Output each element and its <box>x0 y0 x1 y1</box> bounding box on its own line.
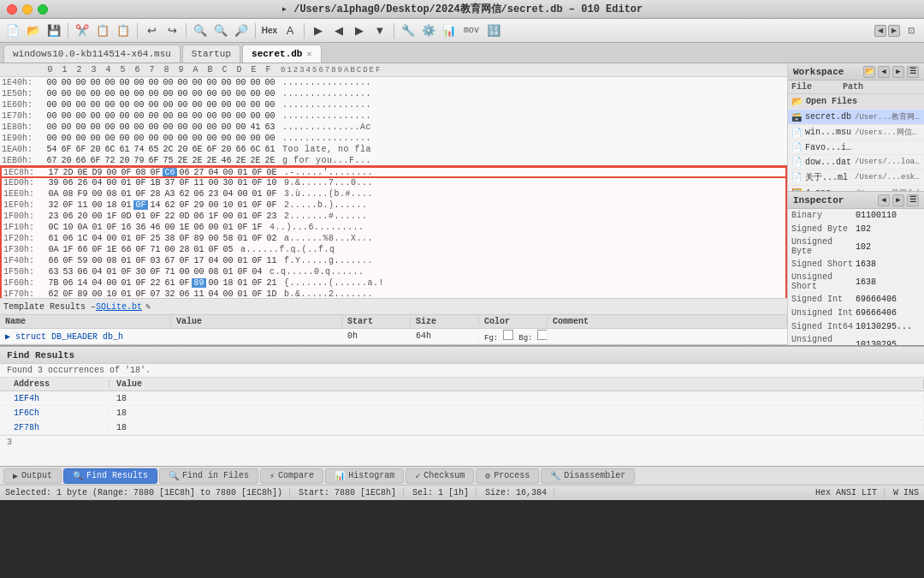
minimize-button[interactable] <box>22 4 33 15</box>
undo-button[interactable]: ↩ <box>142 21 161 40</box>
hex-row-6[interactable]: 1EA0h:546F6F206C6174652C206E6F20666C61To… <box>0 144 787 155</box>
hex-row-5[interactable]: 1E90h:00000000000000000000000000000000..… <box>0 133 787 144</box>
ws-file-name: 关于...ml <box>805 171 855 183</box>
inspector-ctrl-right[interactable]: ▶ <box>892 194 904 206</box>
hex-row-7[interactable]: 1EB0h:6720666F7220796F752E2E2E462E2E2Eg … <box>0 155 787 166</box>
bottom-tab-output[interactable]: ▶Output <box>3 468 62 484</box>
goto-button[interactable]: 🔎 <box>232 21 251 40</box>
template-menu-button[interactable]: ▼ <box>370 21 389 40</box>
inspector-type: Unsigned Short <box>791 272 856 291</box>
hex-row-11[interactable]: 1EF0h:320F110018010F14620F290010010F0F2.… <box>0 200 787 211</box>
hex-row-8[interactable]: 1EC8h:172D0ED9000F080FC606270400010F0E.-… <box>0 166 787 177</box>
tab-secret[interactable]: secret.db ✕ <box>242 45 321 63</box>
hex-col-7: 7 <box>145 65 159 74</box>
template-row-0[interactable]: ▶ struct DB_HEADER db_h 0h 64h Fg: Bg: <box>0 329 787 344</box>
template-run-button[interactable]: ◀ <box>329 21 348 40</box>
hex-column-header: 0 1 2 3 4 5 6 7 8 9 A B C D E F 01234567… <box>0 63 787 77</box>
open-button[interactable]: 📂 <box>24 21 43 40</box>
nav-right-button[interactable]: ▶ <box>888 25 900 37</box>
inspector-ctrl-left[interactable]: ◀ <box>878 194 890 206</box>
workspace-item-1[interactable]: 🗃️secret.db/User...教育网信/ <box>788 110 924 125</box>
toolbar-sep-3 <box>186 23 187 39</box>
bottom-tab-find-in-files[interactable]: 🔍Find in Files <box>159 468 258 484</box>
workspace-toggle-button[interactable]: ⊡ <box>902 21 921 40</box>
bottom-tab-icon: ▶ <box>13 471 18 481</box>
hex-row-18[interactable]: 1F60h:7B06140400010F22610F890018010F21{.… <box>0 277 787 289</box>
hex-row-1[interactable]: 1E50h:00000000000000000000000000000000..… <box>0 88 787 99</box>
status-encoding: Hex ANSI LIT <box>815 488 885 498</box>
workspace-ctrl-nav-right[interactable]: ▶ <box>892 66 904 78</box>
bottom-tab-disassembler[interactable]: 🔧Disassembler <box>541 468 635 484</box>
hex-row-16[interactable]: 1F40h:660F590008010F03670F170400010F11f.… <box>0 255 787 266</box>
find-button[interactable]: 🔍 <box>191 21 210 40</box>
save-button[interactable]: 💾 <box>44 21 63 40</box>
tab-secret-close[interactable]: ✕ <box>306 49 311 59</box>
bottom-tab-compare[interactable]: ⚡Compare <box>260 468 323 484</box>
tab-windows[interactable]: windows10.0-kb114514-x64.msu <box>3 45 181 63</box>
redo-button[interactable]: ↪ <box>163 21 181 40</box>
bg-swatch <box>537 330 548 340</box>
script-run-button[interactable]: ▶ <box>309 21 328 40</box>
template-stop-button[interactable]: ▶ <box>350 21 369 40</box>
maximize-button[interactable] <box>38 4 48 15</box>
workspace-ctrl-folder[interactable]: 📂 <box>863 66 875 78</box>
template-link[interactable]: SQLite.bt <box>96 302 142 312</box>
workspace-ctrl-menu[interactable]: ☰ <box>907 66 919 78</box>
hex-row-10[interactable]: 1EE0h:0A08F90008010F28A36206230400010F3.… <box>0 188 787 200</box>
find-count-text: Found 3 occurrences of '18'. <box>7 366 151 375</box>
hex-row-19[interactable]: 1F70h:620F890010010F073206110400010F1Db.… <box>0 289 787 298</box>
hex-row-15[interactable]: 1F30h:0A1F660F1E660F710028010F05a......f… <box>0 244 787 255</box>
bottom-tab-checksum[interactable]: ✓Checksum <box>406 468 474 484</box>
options-button[interactable]: ⚙️ <box>419 21 438 40</box>
hex-row-0[interactable]: 1E40h:00000000000000000000000000000000..… <box>0 77 787 88</box>
inspector-row-0: Binary01100110 <box>788 209 924 223</box>
hex-row-12[interactable]: 1F00h:230620001F0D010F220D061F00010F232.… <box>0 211 787 222</box>
hex-row-3[interactable]: 1E70h:00000000000000000000000000000000..… <box>0 110 787 122</box>
ws-file-icon: 📄 <box>791 128 803 138</box>
inspector-row-7: Signed Int6410130295... <box>788 320 924 334</box>
nav-left-button[interactable]: ◀ <box>874 25 886 37</box>
inspector-value: 69666406 <box>856 308 921 318</box>
hex-row-4[interactable]: 1E80h:00000000000000000000000000004163..… <box>0 122 787 133</box>
workspace-item-3[interactable]: 📄Favo...iles <box>788 140 924 155</box>
paste-button[interactable]: 📋 <box>114 21 133 40</box>
find-row-2[interactable]: 2F78h18 <box>0 420 924 435</box>
hex-view-button[interactable]: Hex <box>260 21 279 40</box>
text-view-button[interactable]: A <box>281 21 299 40</box>
bottom-tab-find-results[interactable]: 🔍Find Results <box>63 468 157 484</box>
bottom-tab-icon: 📊 <box>335 471 345 481</box>
ws-col-path-label: Path <box>843 82 921 92</box>
hex-col-f: F <box>261 65 275 74</box>
inspector-controls: ◀ ▶ ☰ <box>878 194 919 206</box>
hex-row-9[interactable]: 1ED0h:3906260400010F1B370F110030010F109.… <box>0 177 787 188</box>
settings-button[interactable]: 🔧 <box>399 21 418 40</box>
cut-button[interactable]: ✂️ <box>73 21 92 40</box>
find-row-1[interactable]: 1F6Ch18 <box>0 406 924 420</box>
workspace-item-2[interactable]: 📄win...msu/Users...网信/fr/ <box>788 125 924 140</box>
hex-rows[interactable]: 1E40h:00000000000000000000000000000000..… <box>0 77 787 298</box>
workspace-controls: 📂 ◀ ▶ ☰ <box>863 66 919 78</box>
new-file-button[interactable]: 📄 <box>3 21 22 40</box>
find-row-0[interactable]: 1EF4h18 <box>0 391 924 406</box>
copy-button[interactable]: 📋 <box>93 21 112 40</box>
hex-row-14[interactable]: 1F20h:61061C0400010F25380F890058010F02a.… <box>0 233 787 244</box>
workspace-item-5[interactable]: 📄关于...ml/Users/...esktop/ <box>788 170 924 186</box>
inspector-ctrl-menu[interactable]: ☰ <box>907 194 919 206</box>
histogram-button[interactable]: 📊 <box>440 21 459 40</box>
workspace-col-headers: File Path <box>788 80 924 94</box>
calculator-button[interactable]: 🔢 <box>484 21 503 40</box>
find-addr: 2F78h <box>7 423 110 432</box>
workspace-item-0[interactable]: 📂Open Files <box>788 94 924 110</box>
hex-row-13[interactable]: 1F10h:0C100A010F163646001E0600010F1F4..)… <box>0 222 787 233</box>
close-button[interactable] <box>7 4 17 15</box>
tab-startup[interactable]: Startup <box>182 45 240 63</box>
ws-file-icon: 📄 <box>791 157 803 167</box>
workspace-ctrl-nav-left[interactable]: ◀ <box>878 66 890 78</box>
ws-file-icon: 🗃️ <box>791 112 803 122</box>
bottom-tab-histogram[interactable]: 📊Histogram <box>325 468 404 484</box>
hex-row-17[interactable]: 1F50h:63530604010F300F71000008010F04c.q.… <box>0 266 787 277</box>
bottom-tab-process[interactable]: ⚙️Process <box>476 468 539 484</box>
workspace-item-4[interactable]: 📄dow...dat/Users/...loads/ <box>788 155 924 170</box>
replace-button[interactable]: 🔍 <box>211 21 230 40</box>
hex-row-2[interactable]: 1E60h:00000000000000000000000000000000..… <box>0 99 787 110</box>
